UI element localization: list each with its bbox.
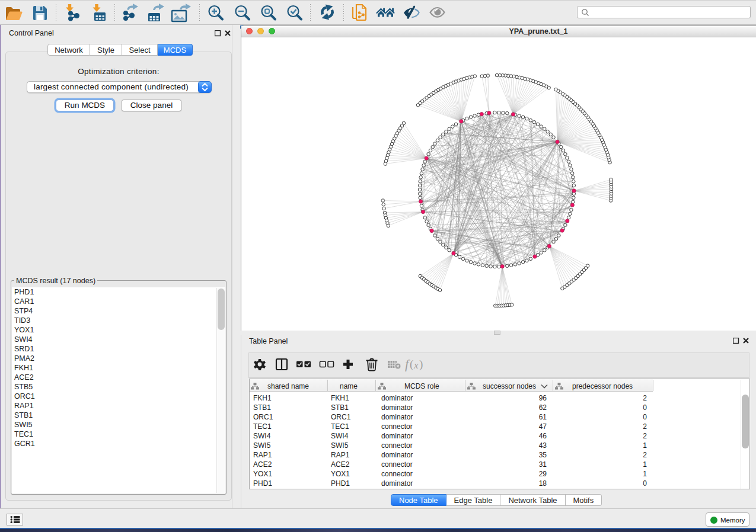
svg-text:(: (	[410, 358, 413, 371]
svg-text:x: x	[413, 360, 419, 371]
svg-text:): )	[419, 358, 423, 371]
